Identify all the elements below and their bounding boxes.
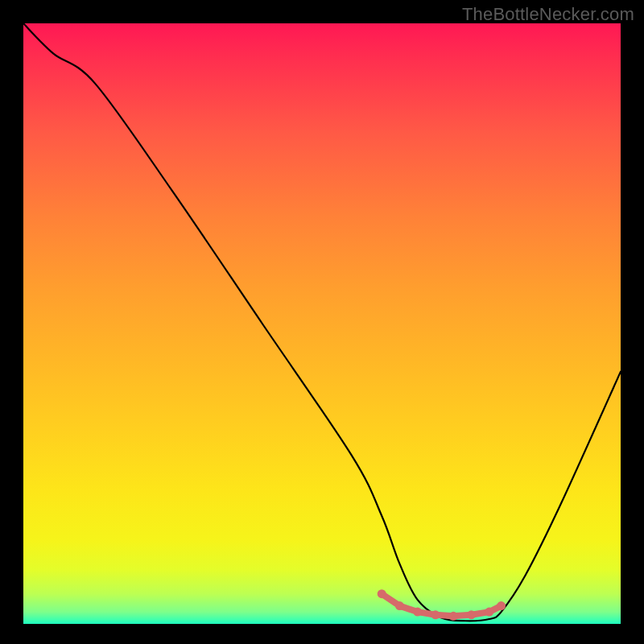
marker-dot (378, 589, 386, 598)
chart-svg (23, 23, 621, 624)
watermark-text: TheBottleNecker.com (462, 4, 634, 25)
marker-dot (497, 601, 506, 610)
marker-dot (395, 601, 404, 610)
marker-dot (449, 612, 458, 621)
bottleneck-curve-path (23, 23, 621, 621)
marker-dot (485, 608, 493, 617)
marker-dot (431, 610, 440, 619)
marker-group (378, 589, 506, 621)
marker-dot (467, 610, 476, 619)
chart-container: TheBottleNecker.com (0, 0, 644, 644)
plot-area (23, 23, 621, 624)
marker-dot (413, 608, 422, 617)
